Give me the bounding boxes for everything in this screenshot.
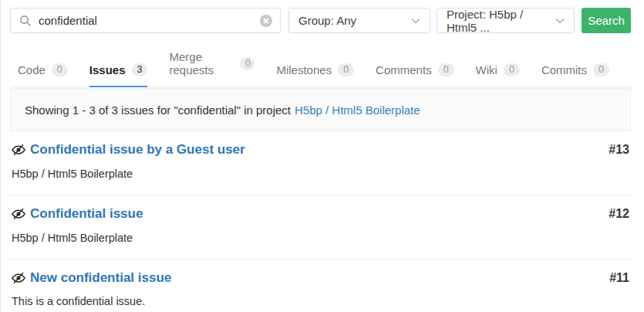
tab-label: Comments xyxy=(376,63,432,76)
search-form: Group: Any Project: H5bp / Html5 ... Sea… xyxy=(10,8,631,33)
group-filter-dropdown[interactable]: Group: Any xyxy=(288,8,430,33)
issue-number: #11 xyxy=(609,271,629,285)
tab-count-badge: 0 xyxy=(438,63,454,76)
chevron-down-icon xyxy=(411,18,420,24)
tab-commits[interactable]: Commits 0 xyxy=(541,53,609,87)
tab-code[interactable]: Code 0 xyxy=(18,53,68,87)
issue-title-link[interactable]: Confidential issue by a Guest user xyxy=(30,141,599,158)
issue-project-name: H5bp / Html5 Boilerplate xyxy=(12,232,629,245)
issue-result-row: Confidential issue #12 H5bp / Html5 Boil… xyxy=(10,195,631,259)
results-summary-text: Showing 1 - 3 of 3 issues for "confident… xyxy=(25,103,291,117)
search-icon xyxy=(19,15,32,27)
summary-project-link[interactable]: H5bp / Html5 Boilerplate xyxy=(295,103,420,117)
tab-count-badge: 0 xyxy=(52,63,68,76)
issue-title-link[interactable]: New confidential issue xyxy=(30,270,600,286)
tab-label: Commits xyxy=(541,63,587,76)
chevron-down-icon xyxy=(555,18,565,24)
issue-result-head: Confidential issue by a Guest user #13 xyxy=(12,141,629,158)
search-category-tabs: Code 0 Issues 3 Merge requests 0 Milesto… xyxy=(10,40,631,87)
tab-wiki[interactable]: Wiki 0 xyxy=(476,53,520,87)
issue-result-row: Confidential issue by a Guest user #13 H… xyxy=(10,131,631,195)
tab-label: Milestones xyxy=(276,63,332,76)
tab-count-badge: 3 xyxy=(132,63,148,76)
search-button[interactable]: Search xyxy=(582,8,631,33)
tab-count-badge: 0 xyxy=(593,63,609,76)
issue-number: #12 xyxy=(609,207,629,221)
group-filter-value: Group: Any xyxy=(298,14,356,27)
tab-label: Merge requests xyxy=(169,50,233,76)
confidential-eye-slash-icon xyxy=(12,272,25,284)
tab-count-badge: 0 xyxy=(504,63,520,76)
issue-description: This is a confidential issue. xyxy=(12,295,629,308)
confidential-eye-slash-icon xyxy=(12,144,25,156)
tab-label: Issues xyxy=(89,63,126,76)
tab-issues[interactable]: Issues 3 xyxy=(89,53,148,87)
search-input[interactable] xyxy=(11,8,280,32)
issue-title-link[interactable]: Confidential issue xyxy=(30,205,599,222)
issue-project-name: H5bp / Html5 Boilerplate xyxy=(12,168,629,181)
project-filter-value: Project: H5bp / Html5 ... xyxy=(447,8,549,34)
tab-count-badge: 0 xyxy=(338,63,354,76)
tab-milestones[interactable]: Milestones 0 xyxy=(276,53,354,87)
issue-number: #13 xyxy=(609,143,629,157)
project-filter-dropdown[interactable]: Project: H5bp / Html5 ... xyxy=(437,8,575,33)
tab-comments[interactable]: Comments 0 xyxy=(376,53,453,87)
issue-result-row: New confidential issue #11 This is a con… xyxy=(10,259,631,312)
issue-result-head: Confidential issue #12 xyxy=(12,205,629,222)
tab-label: Code xyxy=(18,63,46,76)
tab-merge-requests[interactable]: Merge requests 0 xyxy=(169,40,255,87)
issue-result-head: New confidential issue #11 xyxy=(12,270,629,286)
search-results-page: Group: Any Project: H5bp / Html5 ... Sea… xyxy=(1,8,644,312)
confidential-eye-slash-icon xyxy=(12,208,25,220)
clear-search-icon[interactable] xyxy=(259,14,273,28)
results-summary-banner: Showing 1 - 3 of 3 issues for "confident… xyxy=(10,88,631,131)
search-input-wrap xyxy=(10,8,281,33)
tab-count-badge: 0 xyxy=(240,57,255,70)
tab-label: Wiki xyxy=(476,63,497,76)
